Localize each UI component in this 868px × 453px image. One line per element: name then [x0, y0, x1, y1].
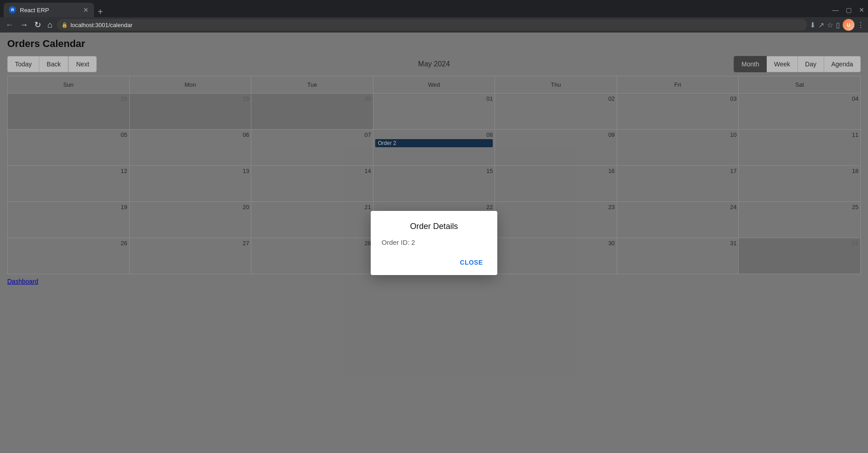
- tab-title: React ERP: [20, 7, 80, 14]
- reload-button[interactable]: ↻: [33, 19, 43, 31]
- browser-tab-bar: R React ERP ✕ + — ▢ ✕: [0, 0, 868, 17]
- modal-title: Order Details: [382, 222, 486, 231]
- new-tab-button[interactable]: +: [96, 7, 105, 17]
- modal-overlay[interactable]: Order Details Order ID: 2 CLOSE: [0, 33, 868, 453]
- bookmark-icon[interactable]: ☆: [827, 21, 833, 29]
- modal-order-id: Order ID: 2: [382, 238, 486, 246]
- modal-actions: CLOSE: [382, 257, 486, 268]
- window-minimize-button[interactable]: —: [832, 6, 839, 14]
- modal-close-button[interactable]: CLOSE: [456, 257, 486, 268]
- tab-favicon: R: [9, 6, 16, 14]
- window-close-button[interactable]: ✕: [859, 6, 864, 14]
- url-text: localhost:3001/calendar: [71, 22, 132, 28]
- window-restore-button[interactable]: ▢: [846, 6, 852, 14]
- home-button[interactable]: ⌂: [46, 19, 54, 31]
- share-icon[interactable]: ↗: [818, 21, 824, 29]
- sidebar-toggle-icon[interactable]: ▯: [836, 21, 840, 29]
- profile-avatar[interactable]: U: [843, 19, 854, 31]
- download-icon[interactable]: ⬇: [810, 21, 816, 29]
- tab-area: R React ERP ✕ +: [4, 3, 829, 17]
- browser-actions: ⬇ ↗ ☆ ▯ U ⋮: [810, 19, 864, 31]
- window-controls: — ▢ ✕: [832, 6, 864, 14]
- omnibox-row: ← → ↻ ⌂ 🔒 localhost:3001/calendar ⬇ ↗ ☆ …: [0, 17, 868, 33]
- back-nav-button[interactable]: ←: [4, 19, 15, 31]
- order-details-modal: Order Details Order ID: 2 CLOSE: [371, 211, 497, 275]
- active-tab[interactable]: R React ERP ✕: [4, 3, 94, 17]
- forward-nav-button[interactable]: →: [18, 19, 30, 31]
- tab-close-icon[interactable]: ✕: [83, 6, 89, 14]
- address-bar[interactable]: 🔒 localhost:3001/calendar: [57, 19, 807, 31]
- menu-icon[interactable]: ⋮: [857, 21, 864, 29]
- lock-icon: 🔒: [61, 22, 68, 28]
